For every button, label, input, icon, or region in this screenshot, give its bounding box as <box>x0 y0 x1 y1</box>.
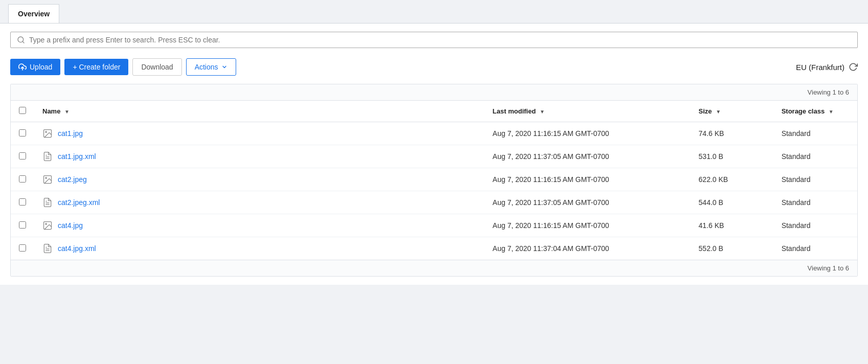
table-row: cat2.jpegAug 7, 2020 11:16:15 AM GMT-070… <box>11 168 857 191</box>
refresh-icon[interactable] <box>849 62 858 72</box>
svg-point-4 <box>45 131 47 133</box>
header-last-modified[interactable]: Last modified ▼ <box>485 101 691 122</box>
name-sort-arrow: ▼ <box>64 109 70 115</box>
file-name-link[interactable]: cat2.jpeg <box>58 175 87 184</box>
svg-line-1 <box>22 41 24 43</box>
row-size: 544.0 B <box>691 191 773 214</box>
row-checkbox-cell <box>11 214 34 237</box>
tab-overview[interactable]: Overview <box>8 4 59 23</box>
search-icon <box>17 36 25 44</box>
row-name-cell: cat1.jpg.xml <box>34 145 485 168</box>
header-checkbox-cell <box>11 101 34 122</box>
image-file-icon <box>42 128 53 139</box>
file-name-link[interactable]: cat1.jpg <box>58 129 83 138</box>
image-file-icon <box>42 174 53 185</box>
search-bar <box>10 32 858 48</box>
row-last-modified: Aug 7, 2020 11:16:15 AM GMT-0700 <box>485 214 691 237</box>
xml-file-icon <box>42 243 53 254</box>
row-name-cell: cat2.jpeg.xml <box>34 191 485 214</box>
row-last-modified: Aug 7, 2020 11:37:05 AM GMT-0700 <box>485 145 691 168</box>
row-checkbox[interactable] <box>19 152 26 160</box>
row-storage-class: Standard <box>773 214 857 237</box>
row-storage-class: Standard <box>773 191 857 214</box>
row-size: 531.0 B <box>691 145 773 168</box>
viewing-label-bottom: Viewing 1 to 6 <box>11 260 857 276</box>
chevron-down-icon <box>221 64 227 70</box>
header-name[interactable]: Name ▼ <box>34 101 485 122</box>
search-input[interactable] <box>29 36 851 44</box>
row-last-modified: Aug 7, 2020 11:16:15 AM GMT-0700 <box>485 122 691 145</box>
header-size[interactable]: Size ▼ <box>691 101 773 122</box>
row-checkbox[interactable] <box>19 129 26 136</box>
table-row: cat1.jpg.xmlAug 7, 2020 11:37:05 AM GMT-… <box>11 145 857 168</box>
upload-label: Upload <box>30 63 52 71</box>
xml-file-icon <box>42 151 53 162</box>
row-checkbox[interactable] <box>19 244 26 252</box>
actions-button[interactable]: Actions <box>186 58 236 76</box>
table-header-row: Name ▼ Last modified ▼ Size ▼ Storage cl… <box>11 101 857 122</box>
row-last-modified: Aug 7, 2020 11:37:05 AM GMT-0700 <box>485 191 691 214</box>
create-folder-button[interactable]: + Create folder <box>64 59 128 75</box>
table-row: cat2.jpeg.xmlAug 7, 2020 11:37:05 AM GMT… <box>11 191 857 214</box>
tab-bar: Overview <box>0 0 868 24</box>
row-storage-class: Standard <box>773 122 857 145</box>
row-checkbox[interactable] <box>19 221 26 229</box>
region-label: EU (Frankfurt) <box>796 63 844 72</box>
row-name-cell: cat2.jpeg <box>34 168 485 191</box>
row-checkbox-cell <box>11 168 34 191</box>
svg-point-12 <box>45 223 47 225</box>
row-name-cell: cat4.jpg <box>34 214 485 237</box>
row-name-cell: cat4.jpg.xml <box>34 237 485 260</box>
file-name-link[interactable]: cat2.jpeg.xml <box>58 198 100 207</box>
create-folder-label: + Create folder <box>73 63 120 71</box>
upload-icon <box>18 63 27 71</box>
region-info: EU (Frankfurt) <box>796 62 858 72</box>
storage-sort-arrow: ▼ <box>829 109 834 115</box>
row-size: 622.0 KB <box>691 168 773 191</box>
file-table: Name ▼ Last modified ▼ Size ▼ Storage cl… <box>11 101 857 260</box>
row-name-cell: cat1.jpg <box>34 122 485 145</box>
row-last-modified: Aug 7, 2020 11:37:04 AM GMT-0700 <box>485 237 691 260</box>
modified-sort-arrow: ▼ <box>540 109 545 115</box>
row-storage-class: Standard <box>773 168 857 191</box>
row-checkbox[interactable] <box>19 198 26 206</box>
row-storage-class: Standard <box>773 145 857 168</box>
size-sort-arrow: ▼ <box>716 109 721 115</box>
download-label: Download <box>141 63 173 71</box>
row-checkbox-cell <box>11 237 34 260</box>
row-checkbox-cell <box>11 122 34 145</box>
header-storage-class[interactable]: Storage class ▼ <box>773 101 857 122</box>
row-checkbox-cell <box>11 191 34 214</box>
select-all-checkbox[interactable] <box>19 107 26 114</box>
download-button[interactable]: Download <box>132 58 181 76</box>
file-table-container: Viewing 1 to 6 Name ▼ Last modified ▼ <box>10 84 858 277</box>
viewing-label-top: Viewing 1 to 6 <box>11 84 857 101</box>
table-row: cat4.jpg.xmlAug 7, 2020 11:37:04 AM GMT-… <box>11 237 857 260</box>
table-row: cat1.jpgAug 7, 2020 11:16:15 AM GMT-0700… <box>11 122 857 145</box>
row-last-modified: Aug 7, 2020 11:16:15 AM GMT-0700 <box>485 168 691 191</box>
file-name-link[interactable]: cat4.jpg.xml <box>58 244 96 253</box>
row-size: 552.0 B <box>691 237 773 260</box>
xml-file-icon <box>42 197 53 208</box>
row-size: 41.6 KB <box>691 214 773 237</box>
toolbar: Upload + Create folder Download Actions … <box>10 58 858 76</box>
row-checkbox[interactable] <box>19 175 26 183</box>
file-name-link[interactable]: cat1.jpg.xml <box>58 152 96 161</box>
actions-label: Actions <box>195 63 218 71</box>
row-storage-class: Standard <box>773 237 857 260</box>
table-row: cat4.jpgAug 7, 2020 11:16:15 AM GMT-0700… <box>11 214 857 237</box>
svg-point-8 <box>45 177 47 179</box>
file-name-link[interactable]: cat4.jpg <box>58 221 83 230</box>
upload-button[interactable]: Upload <box>10 59 60 75</box>
row-size: 74.6 KB <box>691 122 773 145</box>
main-content: Upload + Create folder Download Actions … <box>0 24 868 285</box>
image-file-icon <box>42 220 53 231</box>
row-checkbox-cell <box>11 145 34 168</box>
